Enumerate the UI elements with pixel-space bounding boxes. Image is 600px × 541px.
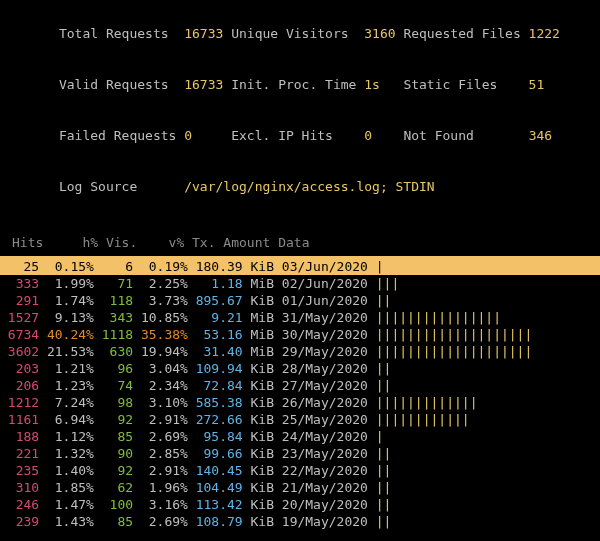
cell-vpct: 2.91% <box>133 463 188 478</box>
cell-date: 03/Jun/2020 <box>274 259 368 274</box>
cell-hpct: 1.40% <box>39 463 94 478</box>
cell-vpct: 2.25% <box>133 276 188 291</box>
cell-vis: 100 <box>94 497 133 512</box>
table-row[interactable]: 333 1.99% 71 2.25% 1.18 MiB 02/Jun/2020 … <box>0 275 600 292</box>
table-row[interactable]: 1212 7.24% 98 3.10% 585.38 KiB 26/May/20… <box>0 394 600 411</box>
unique-visitors-label: Unique Visitors <box>231 26 348 41</box>
cell-vis: 85 <box>94 514 133 529</box>
unique-visitors-value: 3160 <box>364 26 395 41</box>
cell-hpct: 1.32% <box>39 446 94 461</box>
col-vis: Vis. <box>106 235 137 250</box>
table-row[interactable]: 203 1.21% 96 3.04% 109.94 KiB 28/May/202… <box>0 360 600 377</box>
cell-amount: 585.38 <box>188 395 243 410</box>
cell-date: 23/May/2020 <box>274 446 368 461</box>
log-source-label: Log Source <box>59 179 137 194</box>
init-proc-time-label: Init. Proc. Time <box>231 77 356 92</box>
not-found-label: Not Found <box>403 128 473 143</box>
cell-unit: KiB <box>243 378 274 393</box>
col-hits: Hits <box>12 235 43 250</box>
table-row[interactable]: 1527 9.13% 343 10.85% 9.21 MiB 31/May/20… <box>0 309 600 326</box>
cell-vpct: 19.94% <box>133 344 188 359</box>
requested-files-label: Requested Files <box>403 26 520 41</box>
cell-date: 02/Jun/2020 <box>274 276 368 291</box>
cell-unit: KiB <box>243 514 274 529</box>
table-row[interactable]: 6734 40.24% 1118 35.38% 53.16 MiB 30/May… <box>0 326 600 343</box>
cell-amount: 104.49 <box>188 480 243 495</box>
init-proc-time-value: 1s <box>364 77 380 92</box>
col-hpct: h% <box>82 235 98 250</box>
cell-hits: 188 <box>0 429 39 444</box>
cell-vis: 74 <box>94 378 133 393</box>
cell-bar: |||||||||||||||||||| <box>368 327 532 342</box>
cell-vpct: 2.91% <box>133 412 188 427</box>
cell-date: 24/May/2020 <box>274 429 368 444</box>
cell-hits: 239 <box>0 514 39 529</box>
cell-hits: 310 <box>0 480 39 495</box>
cell-amount: 180.39 <box>188 259 243 274</box>
cell-date: 30/May/2020 <box>274 327 368 342</box>
table-row[interactable]: 1161 6.94% 92 2.91% 272.66 KiB 25/May/20… <box>0 411 600 428</box>
cell-vis: 71 <box>94 276 133 291</box>
cell-hits: 246 <box>0 497 39 512</box>
cell-hpct: 1.85% <box>39 480 94 495</box>
cell-hits: 1161 <box>0 412 39 427</box>
cell-hpct: 9.13% <box>39 310 94 325</box>
cell-unit: KiB <box>243 412 274 427</box>
cell-unit: KiB <box>243 293 274 308</box>
table-row[interactable]: 310 1.85% 62 1.96% 104.49 KiB 21/May/202… <box>0 479 600 496</box>
failed-requests-value: 0 <box>184 128 192 143</box>
table-row[interactable]: 25 0.15% 6 0.19% 180.39 KiB 03/Jun/2020 … <box>0 258 600 275</box>
static-files-label: Static Files <box>403 77 497 92</box>
cell-hpct: 1.21% <box>39 361 94 376</box>
cell-hpct: 1.43% <box>39 514 94 529</box>
cell-amount: 1.18 <box>188 276 243 291</box>
requested-files-value: 1222 <box>529 26 560 41</box>
cell-amount: 9.21 <box>188 310 243 325</box>
col-amount: Amount <box>223 235 270 250</box>
cell-date: 28/May/2020 <box>274 361 368 376</box>
excl-ip-hits-label: Excl. IP Hits <box>231 128 333 143</box>
table-row[interactable]: 206 1.23% 74 2.34% 72.84 KiB 27/May/2020… <box>0 377 600 394</box>
col-vpct: v% <box>169 235 185 250</box>
cell-bar: || <box>368 446 391 461</box>
table-row[interactable]: 221 1.32% 90 2.85% 99.66 KiB 23/May/2020… <box>0 445 600 462</box>
cell-hpct: 1.99% <box>39 276 94 291</box>
cell-amount: 99.66 <box>188 446 243 461</box>
table-row[interactable]: 291 1.74% 118 3.73% 895.67 KiB 01/Jun/20… <box>0 292 600 309</box>
cell-bar: || <box>368 361 391 376</box>
summary-header: Total Requests 16733 Unique Visitors 316… <box>12 8 600 212</box>
cell-hits: 1212 <box>0 395 39 410</box>
cell-hpct: 6.94% <box>39 412 94 427</box>
cell-bar: | <box>368 429 384 444</box>
cell-vpct: 2.85% <box>133 446 188 461</box>
table-row[interactable]: 239 1.43% 85 2.69% 108.79 KiB 19/May/202… <box>0 513 600 530</box>
cell-vpct: 3.16% <box>133 497 188 512</box>
col-tx: Tx. <box>192 235 215 250</box>
log-source-value: /var/log/nginx/access.log; STDIN <box>184 179 434 194</box>
cell-unit: KiB <box>243 395 274 410</box>
cell-date: 20/May/2020 <box>274 497 368 512</box>
col-data: Data <box>278 235 309 250</box>
cell-date: 29/May/2020 <box>274 344 368 359</box>
cell-bar: || <box>368 480 391 495</box>
cell-vpct: 2.69% <box>133 429 188 444</box>
cell-vis: 96 <box>94 361 133 376</box>
excl-ip-hits-value: 0 <box>364 128 372 143</box>
table-row[interactable]: 3602 21.53% 630 19.94% 31.40 MiB 29/May/… <box>0 343 600 360</box>
cell-amount: 140.45 <box>188 463 243 478</box>
table-row[interactable]: 188 1.12% 85 2.69% 95.84 KiB 24/May/2020… <box>0 428 600 445</box>
cell-bar: || <box>368 463 391 478</box>
cell-hits: 3602 <box>0 344 39 359</box>
table-row[interactable]: 246 1.47% 100 3.16% 113.42 KiB 20/May/20… <box>0 496 600 513</box>
cell-hpct: 21.53% <box>39 344 94 359</box>
cell-vpct: 10.85% <box>133 310 188 325</box>
cell-bar: |||||||||||||||||||| <box>368 344 532 359</box>
cell-bar: | <box>368 259 384 274</box>
cell-vpct: 3.10% <box>133 395 188 410</box>
valid-requests-label: Valid Requests <box>59 77 169 92</box>
cell-hpct: 1.47% <box>39 497 94 512</box>
cell-vis: 98 <box>94 395 133 410</box>
table-row[interactable]: 235 1.40% 92 2.91% 140.45 KiB 22/May/202… <box>0 462 600 479</box>
cell-date: 19/May/2020 <box>274 514 368 529</box>
total-requests-value: 16733 <box>184 26 223 41</box>
